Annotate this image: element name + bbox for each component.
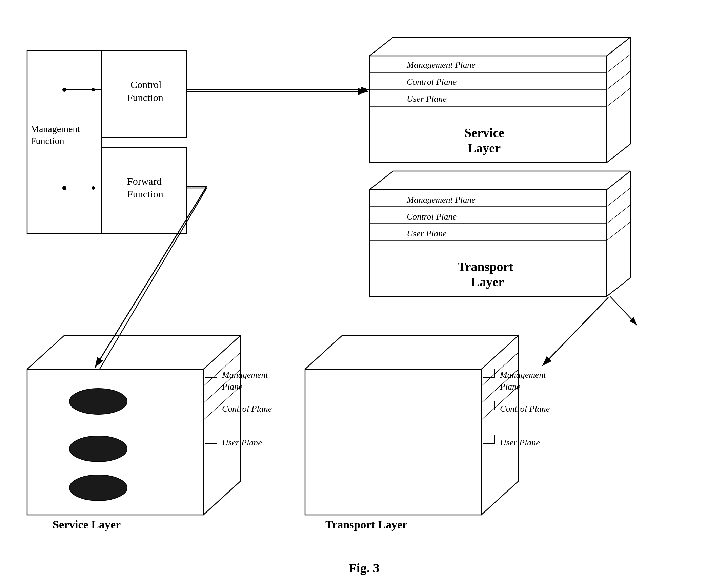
svg-line-32 bbox=[607, 205, 630, 224]
figure-label: Fig. 3 bbox=[349, 561, 380, 575]
svg-rect-59 bbox=[305, 369, 481, 515]
transport-layer-label: Transport bbox=[458, 259, 513, 274]
svg-line-22 bbox=[607, 88, 630, 107]
sl-ctrl-plane: Control Plane bbox=[407, 77, 457, 87]
svg-line-45 bbox=[203, 352, 241, 386]
svg-point-7 bbox=[92, 186, 95, 190]
svg-point-52 bbox=[69, 475, 127, 501]
svg-line-20 bbox=[607, 71, 630, 90]
svg-line-13 bbox=[607, 144, 630, 163]
btl-ctrl-plane: Control Plane bbox=[500, 404, 550, 414]
svg-line-27 bbox=[369, 171, 393, 190]
main-diagram-svg: Management Function Control Function For… bbox=[0, 0, 728, 585]
sl-user-plane: User Plane bbox=[407, 94, 447, 104]
svg-line-62 bbox=[481, 335, 519, 369]
bsl-mgmt-plane2: Plane bbox=[222, 382, 243, 392]
svg-line-82 bbox=[542, 297, 608, 366]
svg-point-51 bbox=[69, 436, 127, 462]
btl-user-plane: User Plane bbox=[500, 438, 540, 447]
svg-line-60 bbox=[305, 335, 342, 369]
service-layer-label2: Layer bbox=[468, 141, 501, 155]
forward-label2: Function bbox=[127, 188, 163, 200]
btl-mgmt-plane: Management bbox=[500, 370, 546, 380]
svg-line-24 bbox=[607, 171, 630, 190]
bottom-transport-label: Transport Layer bbox=[325, 518, 407, 531]
svg-line-12 bbox=[607, 37, 630, 56]
tl-ctrl-plane: Control Plane bbox=[407, 212, 457, 222]
sl-mgmt-plane: Management Plane bbox=[406, 60, 476, 70]
svg-line-64 bbox=[481, 481, 519, 515]
bottom-service-label: Service Layer bbox=[53, 518, 121, 531]
svg-line-67 bbox=[481, 352, 519, 386]
management-label: Management bbox=[31, 124, 80, 134]
control-label2: Function bbox=[127, 92, 163, 103]
svg-line-39 bbox=[203, 335, 241, 369]
svg-line-37 bbox=[27, 335, 64, 369]
control-label: Control bbox=[130, 79, 162, 90]
bsl-mgmt-plane: Management bbox=[222, 370, 268, 380]
svg-line-41 bbox=[203, 481, 241, 515]
management-label2: Function bbox=[31, 135, 64, 146]
svg-point-6 bbox=[92, 88, 95, 91]
svg-line-30 bbox=[607, 188, 630, 207]
svg-point-50 bbox=[69, 389, 127, 414]
forward-label: Forward bbox=[127, 175, 162, 187]
bsl-user-plane: User Plane bbox=[222, 438, 262, 447]
tl-user-plane: User Plane bbox=[407, 229, 447, 238]
svg-line-15 bbox=[369, 37, 393, 56]
service-layer-label: Service bbox=[464, 126, 504, 140]
transport-layer-label2: Layer bbox=[471, 275, 504, 289]
bsl-ctrl-plane: Control Plane bbox=[222, 404, 272, 414]
diagram-container: Management Function Control Function For… bbox=[0, 0, 728, 585]
tl-mgmt-plane: Management Plane bbox=[406, 195, 476, 205]
svg-line-34 bbox=[607, 222, 630, 241]
btl-mgmt-plane2: Plane bbox=[500, 382, 521, 392]
svg-line-18 bbox=[607, 54, 630, 73]
svg-line-35 bbox=[610, 296, 637, 325]
svg-line-25 bbox=[607, 278, 630, 296]
